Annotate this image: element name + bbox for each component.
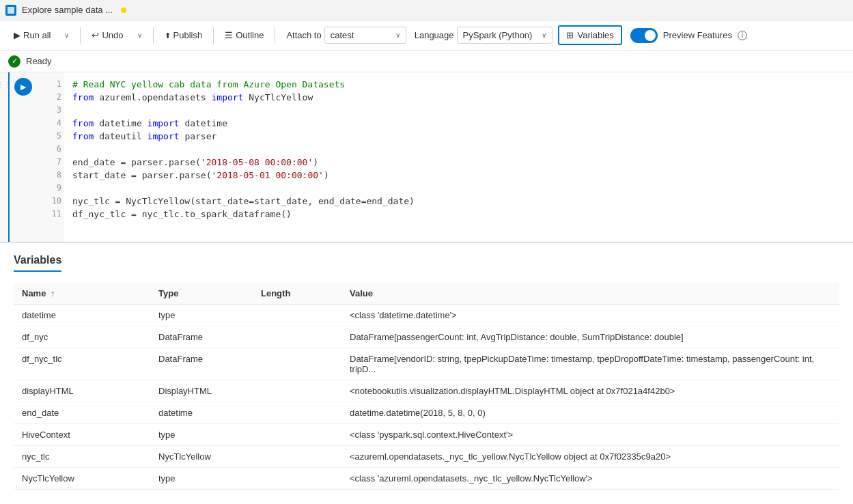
cell-type: type bbox=[150, 305, 253, 326]
code-line bbox=[72, 104, 845, 117]
cell-length bbox=[253, 402, 341, 424]
attach-to-label: Attach to bbox=[286, 30, 321, 40]
toolbar: Run all ∨ Undo ∨ Publish Outline Attach … bbox=[0, 20, 853, 51]
variables-panel: Variables Name ↑ Type Length Value bbox=[0, 243, 853, 504]
col-header-length[interactable]: Length bbox=[253, 283, 341, 305]
cell-length bbox=[253, 424, 341, 446]
col-header-value[interactable]: Value bbox=[341, 283, 839, 305]
cell-value: datetime.datetime(2018, 5, 8, 0, 0) bbox=[341, 402, 839, 424]
code-line bbox=[72, 182, 845, 195]
code-line: # Read NYC yellow cab data from Azure Op… bbox=[72, 78, 845, 91]
code-line: from dateutil import parser bbox=[72, 130, 845, 143]
cell-length bbox=[253, 348, 341, 380]
run-icon bbox=[14, 30, 20, 40]
outline-button[interactable]: Outline bbox=[219, 27, 269, 44]
chevron-down-icon: ∨ bbox=[64, 31, 69, 39]
language-label: Language bbox=[415, 30, 454, 40]
cell-name: displayHTML bbox=[14, 380, 150, 402]
preview-features-toggle-container: Preview Features i bbox=[630, 28, 747, 43]
code-line bbox=[72, 143, 845, 156]
variables-button[interactable]: Variables bbox=[558, 25, 622, 45]
cell-length bbox=[253, 305, 341, 326]
language-dropdown[interactable]: PySpark (Python) ∨ bbox=[457, 27, 553, 44]
table-row: end_datedatetimedatetime.datetime(2018, … bbox=[14, 402, 839, 424]
code-line: df_nyc_tlc = nyc_tlc.to_spark_dataframe(… bbox=[72, 208, 845, 221]
cell-value: <class 'azureml.opendatasets._nyc_tlc_ye… bbox=[341, 468, 839, 490]
cell-type: NycTlcYellow bbox=[150, 446, 253, 468]
name-sort-arrow: ↑ bbox=[51, 288, 55, 298]
cell-run-button[interactable]: ▶ bbox=[14, 78, 32, 96]
variables-icon bbox=[566, 30, 574, 40]
run-dropdown-button[interactable]: ∨ bbox=[59, 28, 74, 42]
cell-name: datetime bbox=[14, 305, 150, 326]
cell-length bbox=[253, 446, 341, 468]
publish-button[interactable]: Publish bbox=[159, 27, 208, 44]
code-line: from azureml.opendatasets import NycTlcY… bbox=[72, 91, 845, 104]
separator-3 bbox=[213, 27, 214, 44]
line-numbers: 1234567891011 bbox=[37, 72, 64, 242]
table-row: NycTlcYellowtype<class 'azureml.opendata… bbox=[14, 468, 839, 490]
code-line: from datetime import datetime bbox=[72, 117, 845, 130]
language-chevron-icon: ∨ bbox=[542, 31, 546, 39]
table-row: displayHTMLDisplayHTML<notebookutils.vis… bbox=[14, 380, 839, 402]
cell-type: DataFrame bbox=[150, 326, 253, 348]
info-icon[interactable]: i bbox=[738, 31, 747, 40]
title-bar: Explore sample data ... bbox=[0, 0, 853, 20]
cell-type: datetime bbox=[150, 402, 253, 424]
table-row: df_nyc_tlcDataFrameDataFrame[vendorID: s… bbox=[14, 348, 839, 380]
cell-name: df_nyc_tlc bbox=[14, 348, 150, 380]
preview-features-label: Preview Features bbox=[663, 30, 732, 40]
cell-value: <class 'datetime.datetime'> bbox=[341, 305, 839, 326]
code-cell: ⋮⋮ ▶ 1234567891011 # Read NYC yellow cab… bbox=[0, 72, 853, 243]
cell-type: DataFrame bbox=[150, 348, 253, 380]
cell-name: HiveContext bbox=[14, 424, 150, 446]
cell-value: <azureml.opendatasets._nyc_tlc_yellow.Ny… bbox=[341, 446, 839, 468]
unsaved-dot bbox=[121, 8, 126, 13]
ready-status: Ready bbox=[26, 56, 52, 66]
code-line: start_date = parser.parse('2018-05-01 00… bbox=[72, 169, 845, 182]
svg-rect-0 bbox=[8, 7, 14, 14]
cell-length bbox=[253, 380, 341, 402]
undo-button[interactable]: Undo bbox=[86, 27, 128, 44]
cell-name: df_nyc bbox=[14, 326, 150, 348]
table-row: df_nycDataFrameDataFrame[passengerCount:… bbox=[14, 326, 839, 348]
attach-chevron-icon: ∨ bbox=[395, 31, 400, 39]
cell-gutter: ⋮⋮ bbox=[0, 72, 10, 242]
separator-2 bbox=[153, 27, 154, 44]
variables-table-body: datetimetype<class 'datetime.datetime'>d… bbox=[14, 305, 839, 490]
cell-name: nyc_tlc bbox=[14, 446, 150, 468]
attach-to-dropdown[interactable]: catest ∨ bbox=[324, 27, 406, 44]
main-area: ⋮⋮ ▶ 1234567891011 # Read NYC yellow cab… bbox=[0, 72, 853, 504]
status-bar: ✓ Ready bbox=[0, 51, 853, 72]
code-content[interactable]: # Read NYC yellow cab data from Azure Op… bbox=[64, 72, 853, 242]
variables-panel-title: Variables bbox=[14, 254, 61, 272]
col-header-type[interactable]: Type bbox=[150, 283, 253, 305]
table-row: nyc_tlcNycTlcYellow<azureml.opendatasets… bbox=[14, 446, 839, 468]
undo-icon bbox=[92, 30, 99, 40]
table-row: HiveContexttype<class 'pyspark.sql.conte… bbox=[14, 424, 839, 446]
cell-value: <notebookutils.visualization.displayHTML… bbox=[341, 380, 839, 402]
table-row: datetimetype<class 'datetime.datetime'> bbox=[14, 305, 839, 326]
cell-type: type bbox=[150, 468, 253, 490]
cell-name: end_date bbox=[14, 402, 150, 424]
col-header-name[interactable]: Name ↑ bbox=[14, 283, 150, 305]
run-all-button[interactable]: Run all bbox=[8, 27, 56, 44]
separator-1 bbox=[80, 27, 81, 44]
cell-name: NycTlcYellow bbox=[14, 468, 150, 490]
outline-icon bbox=[225, 30, 233, 40]
app-icon bbox=[5, 5, 16, 16]
code-line: nyc_tlc = NycTlcYellow(start_date=start_… bbox=[72, 195, 845, 208]
ready-icon: ✓ bbox=[8, 55, 20, 68]
title-bar-title: Explore sample data ... bbox=[22, 5, 113, 15]
cell-run-area: ▶ bbox=[10, 72, 37, 242]
cell-value: DataFrame[vendorID: string, tpepPickupDa… bbox=[341, 348, 839, 380]
cell-type: DisplayHTML bbox=[150, 380, 253, 402]
cell-length bbox=[253, 326, 341, 348]
chevron-down-icon-2: ∨ bbox=[137, 31, 142, 39]
cell-type: type bbox=[150, 424, 253, 446]
cell-value: <class 'pyspark.sql.context.HiveContext'… bbox=[341, 424, 839, 446]
undo-dropdown-button[interactable]: ∨ bbox=[132, 28, 148, 42]
preview-features-toggle[interactable] bbox=[630, 28, 658, 43]
publish-icon bbox=[165, 30, 171, 40]
cell-value: DataFrame[passengerCount: int, AvgTripDi… bbox=[341, 326, 839, 348]
